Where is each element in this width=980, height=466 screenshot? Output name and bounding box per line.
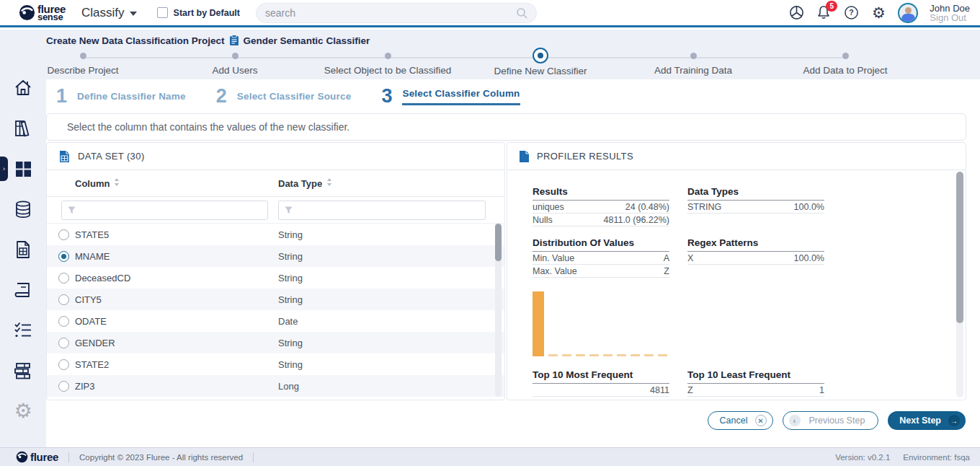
- profiler-scrollbar-thumb[interactable]: [956, 172, 963, 323]
- breadcrumb-project[interactable]: Create New Data Classification Project: [46, 35, 225, 46]
- search-bar[interactable]: [256, 3, 537, 23]
- start-by-default-label: Start by Default: [174, 8, 240, 18]
- substep-select-classifier-source[interactable]: 2 Select Classifier Source: [216, 85, 352, 107]
- radio-icon[interactable]: [58, 229, 69, 240]
- column-header-column[interactable]: Column: [75, 178, 120, 189]
- stepper-step-add-data-to-project[interactable]: Add Data to Project: [773, 50, 917, 76]
- distribution-bar-chart: [533, 290, 669, 356]
- step-dot-active: [533, 48, 548, 63]
- search-input[interactable]: [265, 7, 516, 19]
- step-dot: [80, 53, 86, 59]
- copyright-text: Copyright © 2023 Fluree - All rights res…: [79, 453, 243, 462]
- stepper-step-define-classifier[interactable]: Define New Classifier: [468, 50, 612, 76]
- radio-selected-icon[interactable]: [58, 251, 69, 262]
- arrow-right-icon: →: [948, 415, 960, 426]
- data-type-filter-input[interactable]: [278, 201, 486, 220]
- funnel-icon: [68, 206, 76, 214]
- radio-icon[interactable]: [58, 381, 69, 392]
- chevron-left-icon: ‹: [789, 415, 801, 426]
- app-title-dropdown[interactable]: Classify: [81, 6, 137, 20]
- radio-icon[interactable]: [58, 294, 69, 305]
- brand-logo[interactable]: fluree sense: [19, 4, 66, 21]
- dataset-scrollbar-thumb[interactable]: [495, 224, 502, 261]
- avatar[interactable]: [898, 3, 918, 23]
- data-types-section: Data Types STRING100.0%: [687, 186, 824, 214]
- gear-icon[interactable]: ⚙: [870, 5, 886, 21]
- checkbox-icon[interactable]: [157, 7, 168, 18]
- previous-step-button[interactable]: ‹ Previous Step: [783, 411, 879, 430]
- sidebar-item-home[interactable]: [0, 72, 46, 104]
- stepper-step-add-users[interactable]: Add Users: [163, 50, 307, 76]
- checklist-icon: [14, 322, 32, 339]
- bar: [533, 291, 544, 356]
- radio-icon[interactable]: [58, 338, 69, 348]
- regex-patterns-section: Regex Patterns X100.0%: [687, 237, 824, 265]
- sidebar-item-settings[interactable]: ⚙: [0, 395, 46, 427]
- sidebar-item-catalog[interactable]: [0, 274, 46, 306]
- bar: [562, 354, 571, 356]
- sort-icon[interactable]: [114, 178, 120, 186]
- sidebar-item-datasets[interactable]: [0, 355, 46, 387]
- results-section: Results uniques24 (0.48%) Nulls4811.0 (9…: [533, 186, 669, 227]
- search-icon: [516, 7, 527, 19]
- sort-icon[interactable]: [326, 178, 332, 186]
- table-row[interactable]: DeceasedCDString: [47, 267, 504, 289]
- table-row[interactable]: STATE2String: [47, 353, 504, 375]
- substep-define-classifier-name[interactable]: 1 Define Classifier Name: [56, 85, 186, 107]
- table-row[interactable]: CITY5String: [47, 289, 504, 310]
- bell-icon[interactable]: 5: [816, 5, 832, 21]
- column-header-data-type[interactable]: Data Type: [278, 178, 332, 189]
- least-frequent-section: Top 10 Least Frequent Z1: [687, 369, 824, 397]
- breadcrumb-classifier: Gender Semantic Classifier: [244, 35, 370, 46]
- breadcrumb: Create New Data Classification Project G…: [46, 35, 370, 46]
- version-text: Version: v0.2.1: [835, 453, 890, 462]
- distribution-section: Distribution Of Values Min. ValueA Max. …: [533, 237, 669, 278]
- stepper-step-add-training-data[interactable]: Add Training Data: [621, 50, 765, 76]
- table-row[interactable]: STATE5String: [47, 224, 504, 245]
- chevron-down-icon: [130, 12, 137, 16]
- user-name: John Doe: [930, 4, 970, 13]
- profiler-scrollbar: [956, 172, 963, 397]
- instruction-text: Select the column that contains the valu…: [67, 121, 349, 133]
- classify-grid-icon: [14, 160, 32, 178]
- sidebar-item-library[interactable]: [0, 113, 46, 144]
- active-section-marker: ›: [0, 157, 8, 181]
- bar: [548, 354, 558, 356]
- sidebar-item-checklist[interactable]: [0, 315, 46, 346]
- dataset-panel: DATA SET (30) Column Data Type STATE5Str…: [46, 142, 505, 400]
- next-step-button[interactable]: Next Step →: [888, 411, 966, 430]
- notification-badge: 5: [826, 1, 837, 12]
- top-navbar: fluree sense Classify Start by Default 5…: [0, 0, 980, 27]
- home-icon: [14, 79, 32, 97]
- footer: fluree Copyright © 2023 Fluree - All rig…: [0, 447, 980, 466]
- radio-icon[interactable]: [58, 359, 69, 370]
- stepper-step-describe-project[interactable]: Describe Project: [11, 50, 155, 76]
- user-menu[interactable]: John Doe Sign Out: [930, 4, 970, 22]
- data-file-icon: [14, 240, 32, 259]
- radio-icon[interactable]: [58, 273, 69, 283]
- step-dot: [385, 53, 391, 59]
- stepper-step-select-object[interactable]: Select Object to be Classified: [316, 50, 460, 76]
- table-row[interactable]: ODATEDate: [47, 310, 504, 332]
- sidebar-item-database[interactable]: [0, 193, 46, 225]
- sign-out-link[interactable]: Sign Out: [930, 13, 970, 22]
- column-filter-input[interactable]: [61, 201, 268, 220]
- substep-select-classifier-column[interactable]: 3 Select Classifier Column: [381, 85, 520, 107]
- radio-icon[interactable]: [58, 316, 69, 327]
- profiler-panel: PROFILER RESULTS Results uniques24 (0.48…: [507, 142, 966, 400]
- table-row[interactable]: ZIP3Long: [47, 375, 504, 397]
- start-by-default-checkbox[interactable]: Start by Default: [157, 7, 240, 18]
- close-icon: ✕: [755, 415, 767, 426]
- table-row[interactable]: GENDERString: [47, 332, 504, 353]
- bar: [603, 354, 612, 356]
- fluree-logo-icon: [16, 451, 28, 463]
- bar: [631, 354, 640, 356]
- table-row-selected[interactable]: MNAMEString: [47, 245, 504, 267]
- help-icon[interactable]: ?: [843, 5, 859, 21]
- cancel-button[interactable]: Cancel ✕: [708, 411, 773, 430]
- catalog-book-icon: [14, 281, 32, 299]
- sidebar-item-data-file[interactable]: [0, 234, 46, 265]
- bar: [576, 354, 585, 356]
- pie-chart-icon[interactable]: [788, 5, 804, 21]
- bar: [658, 354, 667, 356]
